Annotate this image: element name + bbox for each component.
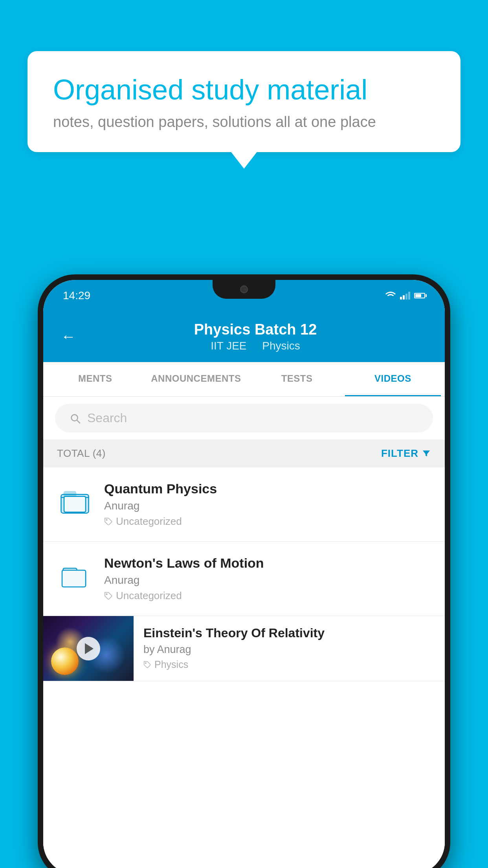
tab-videos[interactable]: VIDEOS	[345, 362, 441, 396]
tab-ments[interactable]: MENTS	[47, 362, 143, 396]
content-list: Quantum Physics Anurag Uncategorized	[43, 467, 445, 868]
header-subtitle-part2: Physics	[262, 340, 300, 352]
battery-icon	[414, 293, 425, 298]
item-content-quantum: Quantum Physics Anurag Uncategorized	[104, 481, 431, 528]
header-subtitle-part1: IIT JEE	[211, 340, 246, 352]
item-author: Anurag	[104, 574, 431, 587]
list-item[interactable]: Quantum Physics Anurag Uncategorized	[43, 467, 445, 542]
item-tag-text: Uncategorized	[116, 590, 182, 602]
list-item[interactable]: Newton's Laws of Motion Anurag Uncategor…	[43, 542, 445, 616]
header-title-area: Physics Batch 12 IIT JEE Physics	[84, 321, 427, 352]
play-triangle-icon	[85, 643, 94, 654]
folder-icon	[60, 561, 90, 590]
item-tag-text: Uncategorized	[116, 515, 182, 528]
svg-point-10	[106, 594, 107, 595]
svg-point-5	[106, 519, 107, 520]
header-subtitle: IIT JEE Physics	[84, 340, 427, 352]
search-icon	[69, 412, 81, 425]
tag-icon	[104, 592, 113, 600]
phone-screen: 14:29	[43, 280, 445, 868]
speech-bubble-subtitle: notes, question papers, solutions all at…	[53, 114, 435, 131]
einstein-content: Einstein's Theory Of Relativity by Anura…	[134, 616, 445, 680]
play-button[interactable]	[77, 637, 100, 660]
speech-bubble-title: Organised study material	[53, 73, 435, 107]
tab-tests[interactable]: TESTS	[249, 362, 345, 396]
signal-icon	[400, 292, 410, 300]
item-icon-newton	[57, 557, 92, 593]
search-container: Search	[43, 397, 445, 440]
item-title: Quantum Physics	[104, 481, 431, 497]
status-bar: 14:29	[43, 280, 445, 311]
battery-fill	[415, 294, 421, 297]
einstein-title: Einstein's Theory Of Relativity	[143, 626, 435, 640]
filter-button[interactable]: FILTER	[381, 447, 431, 460]
wifi-icon	[385, 291, 396, 300]
filter-label: FILTER	[381, 447, 418, 460]
speech-bubble: Organised study material notes, question…	[28, 51, 460, 152]
header-main-title: Physics Batch 12	[84, 321, 427, 338]
filter-funnel-icon	[422, 449, 431, 458]
item-tag: Uncategorized	[104, 590, 431, 602]
tab-announcements[interactable]: ANNOUNCEMENTS	[143, 362, 249, 396]
phone-outer: 14:29	[38, 274, 450, 868]
einstein-tag: Physics	[143, 659, 435, 670]
filter-bar: TOTAL (4) FILTER	[43, 440, 445, 467]
status-icons	[385, 291, 425, 300]
svg-rect-9	[62, 570, 86, 587]
list-item-einstein[interactable]: Einstein's Theory Of Relativity by Anura…	[43, 616, 445, 681]
phone-mockup: 14:29	[38, 274, 450, 868]
item-content-newton: Newton's Laws of Motion Anurag Uncategor…	[104, 555, 431, 602]
item-icon-quantum	[57, 483, 92, 519]
tag-icon	[143, 661, 151, 669]
einstein-author: by Anurag	[143, 644, 435, 656]
total-count: TOTAL (4)	[57, 447, 106, 460]
svg-point-11	[145, 662, 147, 664]
status-time: 14:29	[63, 289, 90, 302]
search-bar[interactable]: Search	[55, 404, 433, 432]
folder-icon	[60, 486, 90, 516]
tabs-bar: MENTS ANNOUNCEMENTS TESTS VIDEOS	[43, 362, 445, 397]
phone-notch	[213, 280, 275, 299]
speech-bubble-container: Organised study material notes, question…	[28, 51, 460, 152]
app-header: ← Physics Batch 12 IIT JEE Physics	[43, 311, 445, 362]
einstein-thumbnail	[43, 616, 134, 681]
item-tag: Uncategorized	[104, 515, 431, 528]
item-author: Anurag	[104, 500, 431, 512]
search-placeholder: Search	[87, 411, 127, 425]
einstein-tag-text: Physics	[154, 659, 188, 670]
item-title: Newton's Laws of Motion	[104, 555, 431, 571]
screen-content: ← Physics Batch 12 IIT JEE Physics MENTS…	[43, 311, 445, 868]
back-button[interactable]: ←	[61, 328, 76, 345]
front-camera	[240, 285, 248, 293]
tag-icon	[104, 517, 113, 526]
svg-rect-4	[64, 496, 86, 512]
